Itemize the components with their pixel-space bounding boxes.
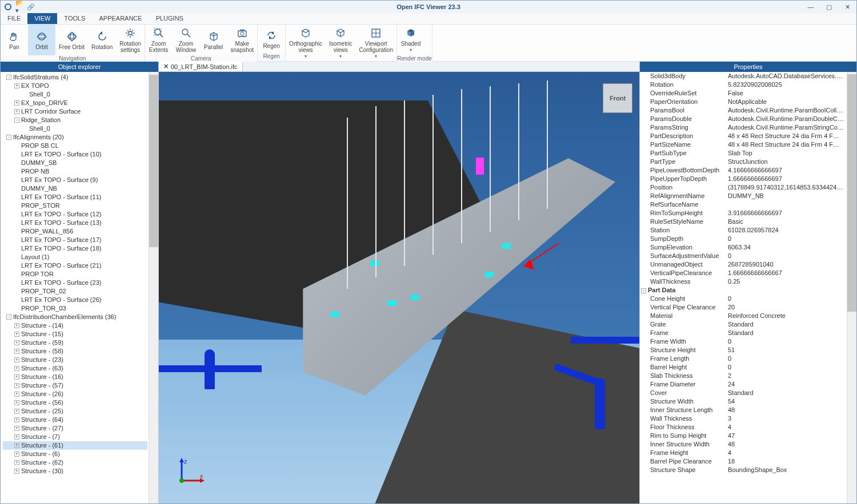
property-row[interactable]: ParamsBoolAutodesk.Civil.Runtime.ParamBo… [640, 106, 847, 115]
tree-item[interactable]: LRT Ex TOPO - Surface (12) [3, 210, 147, 219]
tree-item[interactable]: PROP TOR [3, 270, 147, 279]
tree-toggle-icon[interactable]: + [14, 400, 19, 405]
tree-item[interactable]: LRT Ex TOPO - Surface (18) [3, 244, 147, 253]
tree-toggle-icon[interactable]: - [6, 75, 11, 80]
tree-item[interactable]: DUMMY_SB [3, 159, 147, 167]
tree-item[interactable]: +Structure - (64) [3, 416, 147, 424]
object-tree[interactable]: -IfcSolidStratums (4)+EX TOPOShell_0+EX_… [1, 72, 149, 503]
property-row[interactable]: Inner Structure Width48 [640, 440, 847, 449]
properties-list[interactable]: Solid3dBodyAutodesk.AutoCAD.DatabaseServ… [640, 72, 847, 503]
property-row[interactable]: ParamsStringAutodesk.Civil.Runtime.Param… [640, 123, 847, 132]
tree-toggle-icon[interactable]: + [14, 469, 19, 474]
document-tab[interactable]: ✕ 00_LRT_BIM-Station.ifc [159, 62, 243, 71]
ribbon-parallel[interactable]: Parallel [200, 25, 227, 55]
property-row[interactable]: RefSurfaceName [640, 200, 847, 209]
tree-scrollbar[interactable] [149, 72, 158, 503]
tree-item[interactable]: +Structure - (26) [3, 390, 147, 398]
ribbon-shaded[interactable]: Shaded▾ [397, 25, 425, 55]
property-row[interactable]: FrameStandard [640, 329, 847, 337]
property-row[interactable]: WallThickness0.25 [640, 277, 847, 286]
property-row[interactable]: ParamsDoubleAutodesk.Civil.Runtime.Param… [640, 115, 847, 123]
tree-toggle-icon[interactable]: + [14, 332, 19, 337]
tree-item[interactable]: Shell_0 [3, 90, 147, 99]
tree-item[interactable]: -IfcSolidStratums (4) [3, 73, 147, 82]
tree-toggle-icon[interactable]: + [14, 443, 19, 448]
tree-item[interactable]: PROP_TOR_02 [3, 287, 147, 296]
property-row[interactable]: RimToSumpHeight3.91666666666697 [640, 209, 847, 217]
property-row[interactable]: Barrel Pipe Clearance18 [640, 457, 847, 466]
tab-close-icon[interactable]: ✕ [163, 63, 169, 70]
tree-toggle-icon[interactable]: + [14, 366, 19, 371]
tree-toggle-icon[interactable]: + [14, 349, 19, 354]
property-row[interactable]: PartDescription48 x 48 Rect Structure 24… [640, 132, 847, 140]
tree-item[interactable]: PROP NB [3, 167, 147, 176]
tree-item[interactable]: +Structure - (56) [3, 398, 147, 407]
tree-item[interactable]: +Structure - (25) [3, 407, 147, 416]
property-row[interactable]: Rim to Sump Height47 [640, 432, 847, 440]
tree-toggle-icon[interactable]: + [14, 109, 19, 114]
view-cube[interactable]: Front [603, 83, 632, 113]
tree-toggle-icon[interactable]: + [14, 374, 19, 380]
tree-item[interactable]: +EX TOPO [3, 82, 147, 90]
ribbon-regen[interactable]: Regen [258, 25, 285, 53]
minimize-button[interactable]: — [802, 1, 820, 13]
tree-item[interactable]: LRT Ex TOPO - Surface (11) [3, 193, 147, 201]
3d-viewport[interactable]: Front z x [159, 72, 639, 503]
tree-item[interactable]: +LRT Corridor Surface [3, 107, 147, 116]
property-row[interactable]: PartSizeName48 x 48 Rect Structure 24 di… [640, 140, 847, 149]
ribbon-orthographic-views[interactable]: Orthographic views▾ [286, 25, 326, 62]
tree-toggle-icon[interactable]: - [6, 135, 11, 140]
tree-item[interactable]: PROP_WALL_856 [3, 227, 147, 236]
property-row[interactable]: RefAlignmentNameDUMMY_NB [640, 192, 847, 200]
tree-toggle-icon[interactable]: + [14, 83, 19, 88]
property-row[interactable]: SurfaceAdjustmentValue0 [640, 252, 847, 260]
tree-toggle-icon[interactable]: + [14, 409, 19, 414]
tree-item[interactable]: +Structure - (63) [3, 364, 147, 373]
property-row[interactable]: RuleSetStyleNameBasic [640, 217, 847, 226]
property-row[interactable]: PipeLowestBottomDepth4.16666666666697 [640, 166, 847, 175]
tree-item[interactable]: LRT Ex TOPO - Surface (9) [3, 176, 147, 184]
ribbon-zoom-window[interactable]: Zoom Window [173, 25, 200, 55]
tree-item[interactable]: LRT Ex TOPO - Surface (21) [3, 261, 147, 270]
tree-item[interactable]: +Structure - (58) [3, 347, 147, 356]
tree-item[interactable]: LRT Ex TOPO - Surface (26) [3, 296, 147, 304]
property-row[interactable]: Structure ShapeBoundingShape_Box [640, 466, 847, 474]
tree-item[interactable]: +Structure - (14) [3, 321, 147, 330]
tree-item[interactable]: +Structure - (7) [3, 433, 147, 441]
property-row[interactable]: Frame Height4 [640, 449, 847, 457]
tree-toggle-icon[interactable]: + [14, 426, 19, 431]
ribbon-rotation-settings[interactable]: Rotation settings [116, 25, 144, 55]
ribbon-zoom-extents[interactable]: Zoom Extents [145, 25, 173, 55]
property-row[interactable]: Structure Height51 [640, 346, 847, 354]
menu-tools[interactable]: TOOLS [57, 13, 92, 24]
property-row[interactable]: OverrideRuleSetFalse [640, 89, 847, 98]
tree-toggle-icon[interactable]: - [6, 315, 11, 320]
ribbon-make-snapshot[interactable]: Make snapshot [227, 25, 258, 55]
property-row[interactable]: -Part Data [640, 286, 847, 295]
property-row[interactable]: GrateStandard [640, 320, 847, 329]
property-row[interactable]: SumpDepth0 [640, 235, 847, 243]
tree-toggle-icon[interactable]: + [14, 417, 19, 422]
property-row[interactable]: UnmanagedObject2687285901040 [640, 260, 847, 269]
tree-toggle-icon[interactable]: + [14, 460, 19, 465]
tree-item[interactable]: +Structure - (15) [3, 330, 147, 338]
tree-item[interactable]: +Structure - (27) [3, 424, 147, 433]
ribbon-orbit[interactable]: Orbit [28, 25, 55, 55]
tree-item[interactable]: +Structure - (16) [3, 373, 147, 381]
property-row[interactable]: Rotation5.82320902008025 [640, 80, 847, 89]
tree-item[interactable]: PROP_STOR [3, 201, 147, 210]
property-row[interactable]: Barrel Height0 [640, 363, 847, 372]
property-row[interactable]: Floor Thickness4 [640, 423, 847, 432]
tree-item[interactable]: +EX_topo_DRIVE [3, 99, 147, 107]
property-row[interactable]: Station61028.026957824 [640, 226, 847, 235]
tree-item[interactable]: -IfcDistributionChamberElements (36) [3, 313, 147, 321]
property-row[interactable]: Structure Width54 [640, 397, 847, 406]
property-row[interactable]: Wall Thickness3 [640, 414, 847, 423]
tree-item[interactable]: LRT Ex TOPO - Surface (10) [3, 150, 147, 159]
tree-item[interactable]: Shell_0 [3, 124, 147, 133]
property-row[interactable]: SumpElevation6063.34 [640, 243, 847, 252]
tree-item[interactable]: -IfcAlignments (20) [3, 133, 147, 142]
maximize-button[interactable]: ▢ [820, 1, 838, 13]
tree-item[interactable]: Layout (1) [3, 253, 147, 261]
property-row[interactable]: Frame Width0 [640, 337, 847, 346]
